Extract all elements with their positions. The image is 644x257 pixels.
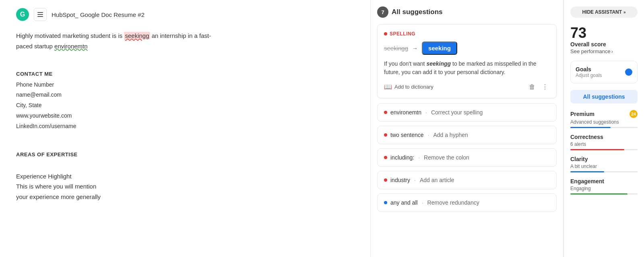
suggestion-row-two-sentence[interactable]: two sentence · Add a hyphen xyxy=(377,126,557,144)
expertise-desc2: your experience more generally xyxy=(16,192,354,202)
grammarly-logo: G xyxy=(16,8,29,21)
goals-block[interactable]: Goals Adjust goals xyxy=(570,61,638,83)
suggestion-action: Correct your spelling xyxy=(431,109,483,116)
progress-bar-fill xyxy=(570,127,611,128)
sep: · xyxy=(414,177,416,183)
score-block: 73 Overall score See performance › xyxy=(570,26,638,54)
dot-red-icon xyxy=(384,133,387,137)
spelling-desc: If you don't want seekingg to be marked … xyxy=(384,60,550,77)
suggestion-row-industry[interactable]: industry · Add an article xyxy=(377,171,557,189)
hide-assistant-button[interactable]: HIDE ASSISTANT » xyxy=(570,6,638,18)
suggestion-row-including[interactable]: including: · Remove the colon xyxy=(377,148,557,167)
contact-email: name@email.com xyxy=(16,90,354,100)
sep: · xyxy=(428,132,429,138)
progress-bar-bg xyxy=(570,149,638,150)
add-to-dictionary-button[interactable]: 📖 Add to dictionary xyxy=(384,83,433,91)
category-correctness[interactable]: Correctness 6 alerts xyxy=(570,134,638,150)
category-sub: 6 alerts xyxy=(570,141,638,147)
sep: · xyxy=(418,154,420,161)
suggestion-word: industry xyxy=(390,177,410,183)
progress-bar-fill xyxy=(570,171,604,172)
suggestion-action: Remove redundancy xyxy=(427,199,479,206)
category-premium[interactable]: Premium 24 Advanced suggestions xyxy=(570,110,638,128)
section-expertise-label: AREAS OF EXPERTISE xyxy=(16,150,354,159)
suggestion-action: Remove the colon xyxy=(424,154,469,161)
hamburger-icon xyxy=(37,12,43,17)
accept-correction-button[interactable]: seeking xyxy=(422,41,457,55)
card-actions: 📖 Add to dictionary 🗑 ⋮ xyxy=(384,82,550,91)
category-name: Engagement xyxy=(570,178,604,184)
category-badge: 24 xyxy=(630,110,638,118)
chevron-right-icon: › xyxy=(611,49,613,54)
card-icon-actions: 🗑 ⋮ xyxy=(527,82,550,91)
delete-suggestion-button[interactable]: 🗑 xyxy=(527,82,537,91)
contact-linkedin: LinkedIn.com/username xyxy=(16,122,354,131)
spelling-correction: seekingg → seeking xyxy=(384,41,550,55)
hamburger-button[interactable] xyxy=(34,8,47,21)
suggestions-count-badge: 7 xyxy=(377,6,388,18)
word-before: seekingg xyxy=(384,45,408,52)
dot-blue-icon xyxy=(384,201,387,204)
expertise-highlight: Experience Highlight xyxy=(16,171,354,182)
dot-red-icon xyxy=(384,32,387,35)
category-sub: A bit unclear xyxy=(570,164,638,169)
contact-city: City, State xyxy=(16,101,354,110)
contact-phone: Phone Number xyxy=(16,80,354,90)
category-header: Engagement xyxy=(570,178,638,184)
progress-bar-bg xyxy=(570,171,638,172)
arrow-icon: → xyxy=(412,45,418,52)
suggestions-header: 7 All suggestions xyxy=(377,6,557,18)
adjust-goals-link[interactable]: Adjust goals xyxy=(576,73,602,78)
see-performance-link[interactable]: See performance › xyxy=(570,48,638,54)
dictionary-icon: 📖 xyxy=(384,83,392,91)
dot-red-icon xyxy=(384,178,387,182)
spelling-type-label: SPELLING xyxy=(384,31,550,37)
typo-seekingg: seekingg xyxy=(124,32,150,39)
suggestions-panel: 7 All suggestions SPELLING seekingg → se… xyxy=(370,0,564,257)
is-text: is xyxy=(118,32,124,39)
score-panel: HIDE ASSISTANT » 73 Overall score See pe… xyxy=(564,0,644,257)
progress-bar-bg xyxy=(570,193,638,195)
goals-title: Goals xyxy=(576,66,602,73)
hide-assistant-label: HIDE ASSISTANT xyxy=(582,9,622,15)
goals-dot-icon xyxy=(625,68,632,76)
category-clarity[interactable]: Clarity A bit unclear xyxy=(570,156,638,172)
suggestion-word: including: xyxy=(390,154,414,161)
suggestion-word: any and all xyxy=(390,199,418,206)
category-header: Premium 24 xyxy=(570,110,638,118)
expertise-desc1: This is where you will mention xyxy=(16,181,354,192)
add-dict-label: Add to dictionary xyxy=(394,84,433,90)
section-contact-label: CONTACT ME xyxy=(16,70,354,79)
goals-left: Goals Adjust goals xyxy=(576,66,602,78)
all-suggestions-button[interactable]: All suggestions xyxy=(570,90,638,104)
suggestion-action: Add an article xyxy=(420,177,454,183)
suggestion-action: Add a hyphen xyxy=(433,132,468,138)
more-options-button[interactable]: ⋮ xyxy=(540,82,550,91)
score-number: 73 xyxy=(570,26,638,40)
chevron-right-icon: » xyxy=(623,10,626,15)
see-performance-text: See performance xyxy=(570,48,611,54)
category-name: Correctness xyxy=(570,134,603,140)
dot-red-icon xyxy=(384,156,387,159)
contact-list: Phone Number name@email.com City, State … xyxy=(16,80,354,131)
suggestions-title: All suggestions xyxy=(392,8,443,16)
sep: · xyxy=(425,109,427,116)
suggestion-word: environemtn xyxy=(390,109,421,116)
category-header: Correctness xyxy=(570,134,638,140)
misspelled-word-bold: seekingg xyxy=(426,60,451,67)
dot-red-icon xyxy=(384,111,387,114)
category-name: Clarity xyxy=(570,156,588,162)
progress-bar-bg xyxy=(570,127,638,128)
category-sub: Advanced suggestions xyxy=(570,119,638,125)
category-sub: Engaging xyxy=(570,186,638,191)
progress-bar-fill xyxy=(570,193,627,195)
progress-bar-fill xyxy=(570,149,624,150)
suggestion-row-environemtn[interactable]: environemtn · Correct your spelling xyxy=(377,103,557,122)
overall-score-label: Overall score xyxy=(570,41,638,48)
category-engagement[interactable]: Engagement Engaging xyxy=(570,178,638,195)
intro-text-1: Highly motivated marketing student is xyxy=(16,32,118,39)
typo-environemtn: environemtn xyxy=(54,43,88,50)
sep: · xyxy=(422,199,423,206)
suggestion-word: two sentence xyxy=(390,132,424,138)
suggestion-row-any-and-all[interactable]: any and all · Remove redundancy xyxy=(377,193,557,212)
